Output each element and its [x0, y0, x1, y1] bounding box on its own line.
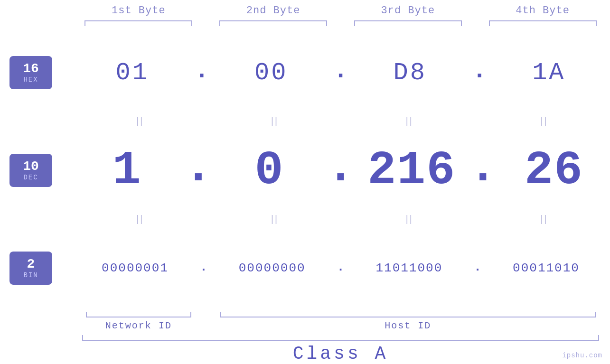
bin-val-4: 00011010: [513, 261, 580, 275]
hex-val-col-2: 00: [210, 59, 332, 87]
byte-col-3: 3rd Byte: [341, 5, 476, 26]
host-id-bracket: [220, 312, 596, 317]
class-bracket: [82, 335, 600, 341]
bin-name: BIN: [23, 271, 38, 279]
sep2-col-1: ||: [71, 214, 206, 225]
bin-dot-1: .: [199, 260, 208, 276]
parallel-2: ||: [270, 116, 277, 127]
dec-values-row: 1 . 0 . 216 . 26: [71, 141, 610, 200]
sep-col-4: ||: [475, 116, 610, 127]
dec-val-1: 1: [113, 144, 142, 197]
hex-val-col-4: 1A: [488, 59, 610, 87]
parallel2-4: ||: [539, 214, 546, 225]
dec-val-4: 26: [525, 144, 583, 197]
bin-number: 2: [27, 257, 35, 272]
parallel-3: ||: [404, 116, 412, 127]
bin-val-1: 00000001: [102, 261, 169, 275]
byte-label-4: 4th Byte: [516, 5, 570, 20]
bin-dot-2: .: [336, 260, 346, 276]
bin-row: 2 BIN 00000001 . 00000000 . 11011000 . 0…: [0, 226, 610, 310]
dec-name: DEC: [23, 174, 38, 181]
bin-badge: 2 BIN: [9, 252, 52, 285]
hex-badge: 16 HEX: [9, 56, 52, 89]
sep-dec-bin: || || || ||: [71, 212, 610, 226]
hex-val-4: 1A: [532, 59, 565, 87]
hex-dot-3: .: [471, 57, 488, 89]
network-id-section: Network ID: [71, 312, 206, 331]
hex-dot-1: .: [193, 57, 210, 89]
bin-val-2: 00000000: [239, 261, 306, 275]
bin-val-col-4: 00011010: [482, 261, 610, 275]
dec-val-col-2: 0: [214, 144, 326, 197]
host-id-label: Host ID: [385, 317, 431, 331]
dec-badge: 10 DEC: [9, 154, 52, 187]
dec-dot-2: .: [325, 141, 356, 200]
main-container: 1st Byte 2nd Byte 3rd Byte 4th Byte 16 H…: [0, 0, 610, 364]
sep-col-2: ||: [206, 116, 341, 127]
byte-col-2: 2nd Byte: [206, 5, 341, 26]
sep-col-3: ||: [341, 116, 476, 127]
parallel2-3: ||: [404, 214, 412, 225]
hex-val-col-1: 01: [71, 59, 193, 87]
bin-val-col-3: 11011000: [345, 261, 473, 275]
byte-headers: 1st Byte 2nd Byte 3rd Byte 4th Byte: [71, 5, 610, 26]
id-labels-section: Network ID Host ID: [71, 312, 610, 331]
byte-label-1: 1st Byte: [112, 5, 166, 20]
network-id-bracket: [86, 312, 191, 317]
sep-col-1: ||: [71, 116, 206, 127]
hex-name: HEX: [23, 76, 38, 84]
bracket-top-1: [84, 20, 192, 26]
bin-val-col-1: 00000001: [71, 261, 199, 275]
dec-val-col-3: 216: [356, 144, 468, 197]
sep2-col-4: ||: [475, 214, 610, 225]
bracket-top-3: [354, 20, 462, 26]
byte-col-1: 1st Byte: [71, 5, 206, 26]
parallel-4: ||: [539, 116, 546, 127]
host-id-section: Host ID: [206, 312, 610, 331]
hex-val-2: 00: [254, 59, 288, 87]
dec-row: 10 DEC 1 . 0 . 216 . 26: [0, 129, 610, 212]
watermark-text: ipshu.com: [562, 352, 602, 359]
watermark: ipshu.com: [562, 352, 602, 359]
byte-label-2: 2nd Byte: [246, 5, 300, 20]
dec-dot-1: .: [183, 141, 214, 200]
bracket-top-4: [489, 20, 597, 26]
sep2-col-2: ||: [206, 214, 341, 225]
byte-label-3: 3rd Byte: [381, 5, 435, 20]
dec-val-col-1: 1: [71, 144, 183, 197]
hex-values-row: 01 . 00 . D8 . 1A: [71, 57, 610, 89]
hex-number: 16: [23, 62, 39, 76]
hex-row: 16 HEX 01 . 00 . D8 . 1A: [0, 31, 610, 114]
bin-dot-3: .: [473, 260, 482, 276]
parallel2-1: ||: [135, 214, 142, 225]
network-id-label: Network ID: [105, 317, 172, 331]
bracket-top-2: [219, 20, 327, 26]
parallel2-2: ||: [270, 214, 277, 225]
class-label: Class A: [293, 341, 389, 364]
sep-hex-dec: || || || ||: [71, 114, 610, 129]
hex-dot-2: .: [332, 57, 349, 89]
bin-values-row: 00000001 . 00000000 . 11011000 . 0001101…: [71, 260, 610, 276]
hex-val-3: D8: [394, 59, 427, 87]
bin-val-3: 11011000: [375, 261, 442, 275]
sep2-col-3: ||: [341, 214, 476, 225]
dec-dot-3: .: [468, 141, 498, 200]
hex-val-1: 01: [115, 59, 149, 87]
dec-val-3: 216: [367, 144, 456, 197]
parallel-1: ||: [135, 116, 142, 127]
hex-val-col-3: D8: [349, 59, 471, 87]
class-section: Class A: [71, 335, 610, 364]
dec-val-col-4: 26: [498, 144, 610, 197]
byte-col-4: 4th Byte: [475, 5, 610, 26]
bin-val-col-2: 00000000: [208, 261, 336, 275]
dec-val-2: 0: [255, 144, 284, 197]
dec-number: 10: [23, 159, 39, 174]
